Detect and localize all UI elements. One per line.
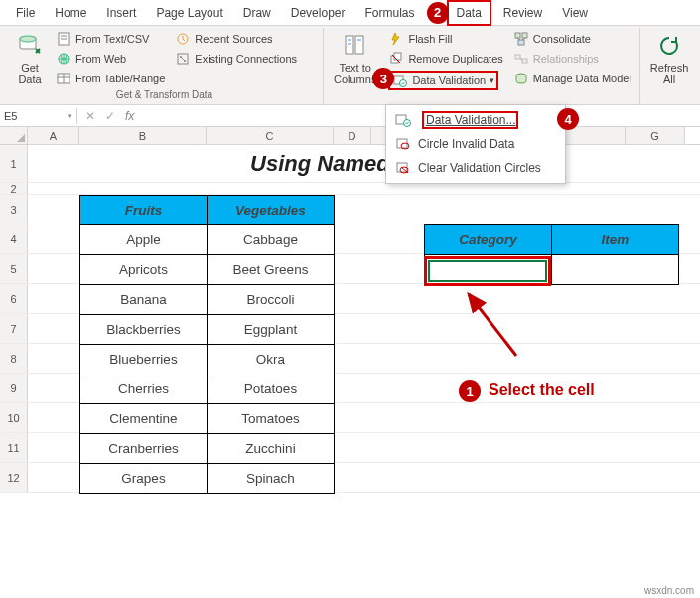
cell-veg[interactable]: Beet Greens (208, 255, 335, 285)
from-text-csv-button[interactable]: From Text/CSV (54, 30, 167, 48)
cell-fruit[interactable]: Banana (80, 285, 208, 315)
cell-veg[interactable]: Eggplant (208, 315, 335, 345)
col-header-A[interactable]: A (28, 127, 79, 144)
svg-rect-14 (346, 36, 353, 54)
chevron-down-icon: ▾ (68, 111, 72, 121)
cell-veg[interactable]: Okra (208, 345, 335, 374)
remove-duplicates-button[interactable]: Remove Duplicates (386, 50, 504, 68)
row-header-5[interactable]: 5 (0, 254, 28, 283)
cancel-icon: ✕ (85, 109, 95, 123)
data-validation-highlight: Data Validation ▾ (388, 71, 498, 90)
col-header-B[interactable]: B (79, 127, 207, 144)
cell-veg[interactable]: Potatoes (208, 374, 335, 404)
spreadsheet-grid: A B C D E F G 1 2 3 4 5 6 7 8 9 10 11 12… (0, 127, 700, 493)
from-table-label: From Table/Range (75, 73, 165, 84)
callout-select-cell-text: Select the cell (489, 381, 595, 399)
svg-line-40 (469, 294, 516, 356)
col-header-C[interactable]: C (207, 127, 334, 144)
th-fruits: Fruits (80, 196, 208, 225)
dropdown-item-data-validation[interactable]: Data Validation... 4 (386, 108, 565, 132)
name-box[interactable]: E5 ▾ (0, 108, 77, 124)
tab-insert[interactable]: Insert (98, 2, 144, 24)
dropdown-circle-label: Circle Invalid Data (418, 137, 514, 151)
get-data-icon (16, 32, 44, 60)
cell-veg[interactable]: Broccoli (208, 285, 335, 315)
data-validation-label: Data Validation (412, 75, 486, 86)
row-header-2[interactable]: 2 (0, 183, 28, 194)
data-validation-split-button[interactable]: 3 Data Validation ▾ (386, 70, 504, 91)
cell-item-value[interactable] (552, 255, 679, 285)
th-category: Category (425, 225, 552, 255)
row-header-6[interactable]: 6 (0, 284, 28, 313)
cell-veg[interactable]: Tomatoes (208, 404, 335, 434)
row-header-7[interactable]: 7 (0, 314, 28, 343)
callout-4: 4 (557, 108, 579, 130)
row-header-11[interactable]: 11 (0, 433, 28, 462)
fx-icon[interactable]: fx (125, 109, 134, 123)
consolidate-label: Consolidate (533, 33, 591, 45)
cell-veg[interactable]: Zucchini (208, 434, 335, 464)
row-header-10[interactable]: 10 (0, 403, 28, 432)
existing-connections-button[interactable]: Existing Connections (173, 50, 299, 68)
tab-home[interactable]: Home (47, 2, 94, 24)
flash-fill-button[interactable]: Flash Fill (386, 30, 504, 48)
file-text-icon (56, 31, 71, 47)
cell-fruit[interactable]: Apricots (80, 255, 208, 285)
from-table-range-button[interactable]: From Table/Range (54, 70, 167, 87)
tab-view[interactable]: View (554, 2, 596, 24)
cell-fruit[interactable]: Grapes (80, 464, 208, 494)
clear-circles-icon (394, 160, 412, 176)
svg-rect-26 (518, 40, 524, 45)
col-header-G[interactable]: G (626, 127, 685, 144)
chevron-down-icon: ▾ (490, 75, 494, 85)
row-header-3[interactable]: 3 (0, 195, 28, 224)
dropdown-item-circle-invalid[interactable]: Circle Invalid Data (386, 132, 565, 156)
tab-developer[interactable]: Developer (283, 2, 353, 24)
callout-1: 1 (459, 380, 481, 402)
tab-data[interactable]: Data (447, 0, 491, 26)
remove-dup-label: Remove Duplicates (408, 53, 502, 65)
cell-fruit[interactable]: Blueberries (80, 345, 208, 374)
select-all-corner[interactable] (0, 127, 28, 144)
from-web-button[interactable]: From Web (54, 50, 167, 68)
ribbon: Get Data From Text/CSV From Web From Tab… (0, 26, 700, 105)
cell-veg[interactable]: Cabbage (208, 225, 335, 255)
dropdown-clear-label: Clear Validation Circles (418, 161, 541, 175)
callout-arrow (457, 286, 536, 366)
get-data-button[interactable]: Get Data (12, 30, 48, 87)
tab-file[interactable]: File (8, 2, 43, 24)
cell-fruit[interactable]: Cranberries (80, 434, 208, 464)
cell-fruit[interactable]: Cherries (80, 374, 208, 404)
cell-category-value[interactable] (425, 255, 552, 285)
recent-sources-button[interactable]: Recent Sources (173, 30, 299, 48)
data-validation-icon (394, 112, 412, 128)
col-header-D[interactable]: D (334, 127, 371, 144)
row-header-4[interactable]: 4 (0, 224, 28, 253)
data-validation-dropdown: Data Validation... 4 Circle Invalid Data… (385, 104, 566, 184)
connections-icon (175, 51, 191, 67)
name-box-value: E5 (4, 110, 17, 122)
svg-rect-30 (522, 59, 527, 63)
tab-review[interactable]: Review (495, 2, 550, 24)
row-header-9[interactable]: 9 (0, 374, 28, 402)
manage-data-model-button[interactable]: Manage Data Model (511, 70, 633, 87)
group-label-get-transform: Get & Transform Data (12, 89, 317, 102)
consolidate-button[interactable]: Consolidate (511, 30, 633, 48)
cell-fruit[interactable]: Blackberries (80, 315, 208, 345)
th-item: Item (552, 225, 679, 255)
row-header-1[interactable]: 1 (0, 145, 28, 182)
grid-rows: 1 2 3 4 5 6 7 8 9 10 11 12 Using Named R… (0, 145, 700, 493)
tab-draw[interactable]: Draw (235, 2, 279, 24)
row-header-8[interactable]: 8 (0, 344, 28, 373)
cell-fruit[interactable]: Clementine (80, 404, 208, 434)
cell-veg[interactable]: Spinach (208, 464, 335, 494)
consolidate-icon (513, 31, 529, 47)
svg-line-13 (181, 57, 185, 61)
tab-page-layout[interactable]: Page Layout (148, 2, 230, 24)
dropdown-item-clear-circles[interactable]: Clear Validation Circles (386, 156, 565, 180)
row-header-12[interactable]: 12 (0, 463, 28, 492)
flash-fill-icon (388, 31, 404, 47)
cell-fruit[interactable]: Apple (80, 225, 208, 255)
tab-formulas[interactable]: Formulas (356, 2, 422, 24)
refresh-all-button[interactable]: Refresh All (646, 30, 693, 87)
